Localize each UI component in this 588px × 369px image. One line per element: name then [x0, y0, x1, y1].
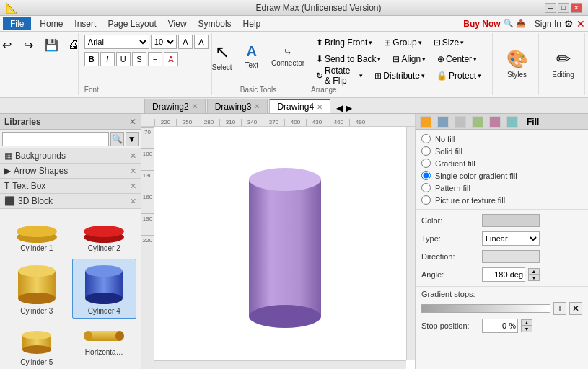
- redo-button[interactable]: ↪: [19, 35, 39, 55]
- fill-type-select[interactable]: Linear: [482, 231, 540, 246]
- fill-radio-solid[interactable]: [421, 146, 431, 156]
- menu-help[interactable]: Help: [237, 17, 267, 30]
- underline-button[interactable]: U: [116, 52, 131, 66]
- distribute-button[interactable]: ⊞Distribute▾: [369, 68, 430, 84]
- fill-option-solid[interactable]: Solid fill: [421, 145, 582, 157]
- text-box-close[interactable]: ✕: [130, 182, 136, 191]
- undo-button[interactable]: ↩: [0, 35, 17, 55]
- styles-button[interactable]: 🎨 Styles: [501, 35, 533, 92]
- search-input[interactable]: [2, 132, 109, 146]
- fill-option-gradient[interactable]: Gradient fill: [421, 157, 582, 169]
- menu-file[interactable]: File: [3, 17, 31, 30]
- save-button[interactable]: 💾: [40, 35, 62, 55]
- gradient-remove-stop-button[interactable]: ✕: [569, 302, 582, 315]
- cylinder-shape[interactable]: [242, 165, 328, 331]
- fill-direction-picker[interactable]: [482, 250, 540, 263]
- font-grow-button[interactable]: A: [178, 35, 193, 49]
- fill-option-no-fill[interactable]: No fill: [421, 133, 582, 145]
- fill-shadow-icon[interactable]: [455, 116, 466, 128]
- sign-in-link[interactable]: Sign In: [535, 19, 561, 29]
- sidebar-item-3d-block[interactable]: ⬛ 3D Block ✕: [0, 194, 141, 209]
- size-button[interactable]: ⊡Size▾: [429, 35, 469, 50]
- stop-spin-down[interactable]: ▼: [521, 326, 532, 332]
- fill-effect-icon[interactable]: [472, 116, 483, 128]
- stop-spin-up[interactable]: ▲: [521, 319, 532, 326]
- menu-view[interactable]: View: [162, 17, 193, 30]
- center-button[interactable]: ⊕Center▾: [432, 51, 482, 67]
- fill-radio-gradient[interactable]: [421, 159, 431, 168]
- strikethrough-button[interactable]: S: [132, 52, 146, 66]
- fill-paint-icon[interactable]: [420, 116, 431, 128]
- tab-drawing2[interactable]: Drawing2 ✕: [144, 99, 206, 113]
- stop-position-input[interactable]: [482, 319, 518, 333]
- sidebar-close-button[interactable]: ✕: [129, 117, 136, 127]
- shape-cylinder2[interactable]: Cylinder 2: [72, 213, 137, 256]
- search-button[interactable]: 🔍: [110, 132, 124, 146]
- arrow-shapes-close[interactable]: ✕: [130, 166, 136, 176]
- fill-info-icon[interactable]: [506, 116, 518, 128]
- gradient-bar[interactable]: [421, 304, 550, 313]
- fill-option-picture[interactable]: Picture or texture fill: [421, 194, 582, 206]
- settings-icon[interactable]: ⚙: [564, 18, 574, 30]
- buy-now-link[interactable]: Buy Now: [463, 19, 500, 29]
- fill-angle-input[interactable]: [482, 267, 525, 282]
- group-button[interactable]: ⊞Group▾: [379, 35, 426, 50]
- tab-drawing4[interactable]: Drawing4 ✕: [269, 99, 330, 113]
- sidebar-item-text-box[interactable]: T Text Box ✕: [0, 179, 141, 194]
- close-button[interactable]: ✕: [571, 3, 582, 13]
- fill-option-single-color-gradient[interactable]: Single color gradient fill: [421, 169, 582, 182]
- align-button[interactable]: ⊟Align▾: [387, 51, 431, 67]
- tab-drawing3[interactable]: Drawing3 ✕: [207, 99, 268, 113]
- shape-horizontal[interactable]: Horizonta…: [72, 321, 137, 369]
- bring-front-button[interactable]: ⬆Bring Front▾: [311, 35, 377, 50]
- sidebar-item-backgrounds[interactable]: ▦ Backgrounds ✕: [0, 148, 141, 164]
- tab-close-drawing3[interactable]: ✕: [254, 102, 260, 110]
- fill-line-icon[interactable]: [437, 116, 449, 128]
- library-options-button[interactable]: ▼: [126, 132, 139, 146]
- rotate-flip-button[interactable]: ↻Rotate & Flip▾: [311, 68, 368, 84]
- shape-cylinder1[interactable]: Cylinder 1: [4, 213, 69, 256]
- editing-button[interactable]: ✏ Editing: [547, 35, 579, 92]
- font-size-select[interactable]: 10: [151, 35, 177, 49]
- angle-spin-down[interactable]: ▼: [528, 275, 540, 281]
- sidebar-item-arrow-shapes[interactable]: ▶ Arrow Shapes ✕: [0, 164, 141, 179]
- fill-radio-no-fill[interactable]: [421, 134, 431, 143]
- fill-radio-pattern[interactable]: [421, 183, 431, 192]
- send-back-button[interactable]: ⬇Send to Back▾: [311, 51, 386, 67]
- tab-close-drawing4[interactable]: ✕: [317, 103, 322, 111]
- select-button[interactable]: ↖ Select: [207, 35, 237, 78]
- protect-button[interactable]: 🔒Protect▾: [431, 68, 486, 84]
- vertical-scrollbar[interactable]: [406, 127, 415, 360]
- menu-insert[interactable]: Insert: [69, 17, 102, 30]
- angle-spin-up[interactable]: ▲: [528, 268, 540, 275]
- menu-home[interactable]: Home: [34, 17, 69, 30]
- shape-cylinder3[interactable]: Cylinder 3: [4, 259, 69, 319]
- print-button[interactable]: 🖨: [63, 35, 84, 55]
- fill-option-pattern[interactable]: Pattern fill: [421, 182, 582, 194]
- fill-color-picker[interactable]: [482, 214, 540, 227]
- 3d-block-close[interactable]: ✕: [130, 197, 136, 206]
- fill-arrow-icon[interactable]: [489, 116, 501, 128]
- gradient-add-stop-button[interactable]: +: [553, 302, 566, 315]
- menu-page-layout[interactable]: Page Layout: [102, 17, 162, 30]
- drawing-canvas[interactable]: [154, 127, 415, 369]
- align-button[interactable]: ≡: [148, 52, 162, 66]
- fill-radio-single-color-gradient[interactable]: [421, 171, 431, 180]
- tab-left-arrow[interactable]: ◀: [336, 103, 343, 113]
- color-button[interactable]: A: [164, 52, 178, 66]
- tab-close-drawing2[interactable]: ✕: [192, 102, 198, 110]
- fill-radio-picture[interactable]: [421, 195, 431, 205]
- shape-cylinder4[interactable]: Cylinder 4: [72, 259, 137, 319]
- font-family-select[interactable]: Arial: [84, 35, 149, 49]
- shape-cylinder5[interactable]: Cylinder 5: [4, 321, 69, 369]
- minimize-button[interactable]: ─: [545, 3, 556, 13]
- italic-button[interactable]: I: [100, 52, 115, 66]
- bold-button[interactable]: B: [84, 52, 99, 66]
- text-button[interactable]: A Text: [240, 35, 263, 78]
- maximize-button[interactable]: □: [558, 3, 569, 13]
- horizontal-scrollbar[interactable]: [154, 360, 406, 369]
- close-menu-icon[interactable]: ✕: [576, 18, 585, 30]
- backgrounds-close[interactable]: ✕: [130, 151, 136, 161]
- tab-right-arrow[interactable]: ▶: [346, 103, 352, 113]
- menu-symbols[interactable]: Symbols: [193, 17, 237, 30]
